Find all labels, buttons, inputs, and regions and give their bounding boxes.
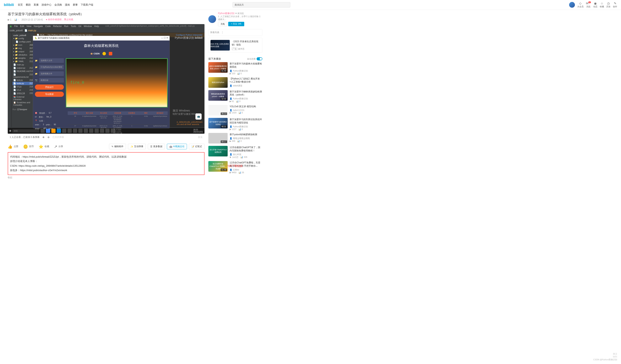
recommendation-item[interactable]: 35:13YOLOv8 第五讲 模型结构👤 hello112231▶ 1320📊… (208, 105, 262, 116)
menu-code[interactable]: Code (45, 25, 51, 28)
interact-button[interactable]: ✨ 互动弹幕 (128, 144, 146, 149)
vip-icon[interactable]: ◇大会员 (577, 1, 584, 8)
recommendation-item[interactable]: 森林火焰烟雾检测识别系统 yolov5 + v5修改01:49基于深度学习的森林… (208, 62, 262, 75)
history-icon[interactable]: ◷历史 (606, 1, 611, 8)
tab-mainpy[interactable]: 📄 main.py (24, 29, 36, 32)
menu-window[interactable]: Window (84, 25, 92, 28)
nav-home[interactable]: 首页 (18, 3, 23, 7)
video-thumbnail: 能就业的Python (208, 77, 228, 88)
nav-anime[interactable]: 番剧 (26, 3, 31, 7)
video-item-title: 基于深度学习的森林火焰烟雾检测系统 (230, 62, 262, 69)
export-button[interactable]: 导出数据 (35, 92, 64, 97)
autoplay-header: 接下来播放 自动连播 (208, 55, 262, 62)
action-bar: 👍点赞 🪙投币 ⭐收藏 ↗分享 ✎ 编辑稿件 ✨ 互动弹幕 ☰ 更多数据 🤖 A… (8, 141, 205, 152)
tab-project[interactable]: code_yolov8 (10, 29, 23, 32)
ide-body: code_yolov8… ▾ 📁 config 📄 configs.yaml ▸… (8, 33, 205, 127)
promo-tag: 广告 (232, 48, 238, 50)
nav-match[interactable]: 赛事 (73, 3, 78, 7)
taskbar-clock[interactable]: 16:312023/12/21 (193, 129, 203, 133)
recommendation-item[interactable]: 基于深度学习的车牌识别系统40:31基于深度学习的车牌识别系统环境安装与模型训练… (208, 118, 262, 131)
recommendation-item[interactable]: 00:17基于yolov8的钢梁锈蚀检测👤 嘎嘎这嘎嘎这嘎嘎▶ 349📊 0 (208, 133, 262, 143)
video-description: 代码地址：https://mbd.pub/o/bread/ZZiZlJpt，里面… (8, 152, 205, 175)
detection-app-window: 🐍 基于深度学习的森林火焰检测系统 — ☐ ✕ 森林火焰烟雾检测系统 🐵 CSD… (33, 36, 170, 128)
video-item-stats: ▶ 1227📊 0 (230, 128, 262, 131)
user-avatar[interactable] (569, 2, 575, 8)
promo-card[interactable]: 2023 开发人员生态系统现状信息图 《2023 开发者生态系统现状》报告 广告… (208, 38, 262, 53)
menu-navigate[interactable]: Navigate (34, 25, 43, 28)
danmu-toggle-icon[interactable]: ☸ (42, 136, 45, 139)
like-button[interactable]: 👍点赞 (8, 144, 18, 149)
create-icon[interactable]: ✎创作 (613, 1, 617, 8)
menu-run[interactable]: Run (64, 25, 68, 28)
video-item-title: 基于yolov8的钢梁锈蚀检测 (230, 133, 262, 136)
menu-help[interactable]: Help (94, 25, 99, 28)
video-player[interactable]: ▣ File Edit View Navigate Code Refactor … (8, 24, 205, 134)
danmu-settings-icon[interactable]: ⚙ (48, 136, 50, 139)
path-input[interactable]: D:/lg/BaiduSyncdisk/课程 (39, 65, 64, 69)
nav-vip[interactable]: 会员购 (54, 3, 62, 7)
folder-icon: 📁 (35, 66, 38, 69)
ai-summary-button[interactable]: 🤖 AI视频总结 (167, 144, 187, 149)
ide-icon: ▣ (10, 25, 12, 28)
target-input[interactable]: 检测目标 (39, 78, 64, 83)
run-button[interactable]: 开始运行 (35, 85, 64, 90)
send-button[interactable]: 发送 (198, 136, 203, 139)
menu-view[interactable]: View (26, 25, 32, 28)
danmu-list-toggle[interactable]: 弹幕列表 ⋮ (208, 29, 262, 36)
window-controls[interactable]: — ☐ ✕ (161, 37, 168, 39)
video-thumbnail: 永久开放 ChatGPT4.0 免费使用 (208, 146, 228, 156)
file-tree[interactable]: code_yolov8… ▾ 📁 config 📄 configs.yaml ▸… (12, 33, 35, 127)
fullscreen-icon[interactable]: 📺 (195, 113, 202, 120)
menu-refactor[interactable]: Refactor (53, 25, 62, 28)
table-row[interactable]: 26D:/lg/BaiduSyncdisk/project/person_cod… (68, 115, 168, 125)
message-icon[interactable]: ✉3消息 (586, 1, 591, 8)
site-logo[interactable]: bilibili (4, 3, 14, 7)
start-button[interactable]: ⊞ (9, 129, 11, 132)
share-button[interactable]: ↗分享 (54, 144, 63, 149)
recommendation-item[interactable]: 能就业的Python【Python入门训练】爬虫开发+人工智能+数据分析👤 bi… (208, 77, 262, 88)
folder-icon: 📁 (35, 72, 38, 75)
configure-interpreter-link[interactable]: Configure Python interpreter (176, 34, 203, 36)
nav-download[interactable]: 下载客户端 (81, 3, 93, 7)
uploader-name[interactable]: Python图像识别 (218, 12, 234, 15)
main-nav: 首页 番剧 直播 游戏中心 会员购 漫画 赛事 下载客户端 (18, 3, 93, 7)
more-button[interactable]: ☰ 更多数据 (148, 144, 165, 149)
menu-tools[interactable]: Tools (71, 25, 76, 28)
charge-button[interactable]: 充电 (218, 22, 227, 26)
menu-file[interactable]: File (14, 25, 18, 28)
fav-button[interactable]: ⭐收藏 (39, 144, 49, 149)
edit-button[interactable]: ✎ 编辑稿件 (109, 144, 126, 149)
note-button[interactable]: 📝 记笔记 (189, 144, 205, 149)
video-thumbnail: 钢铁缺陷检测系统 yolov8 + v8修改02:02 (208, 90, 228, 101)
video-item-stats: ▶ 349📊 0 (230, 140, 262, 142)
tree-item: 📄 configs.yaml (13, 40, 34, 43)
table-row[interactable]: 27D:/lg/BaiduSyncdisk/project/person_cod… (68, 125, 168, 134)
promo-thumbnail: 2023 开发人员生态系统现状信息图 (210, 40, 230, 51)
promo-title: 《2023 开发者生态系统现状》报告 (232, 40, 260, 47)
danmu-count: 📊 - (14, 18, 18, 21)
video-item-title: 12月份最新ChatGPT来了，国内无限制免费使用教程！ (230, 146, 262, 152)
message-button[interactable]: ✉ 发消息 (235, 12, 244, 15)
menu-git[interactable]: Git (78, 25, 81, 28)
autoplay-toggle[interactable] (257, 57, 262, 60)
video-item-title: 【Python入门训练】爬虫开发+人工智能+数据分析 (230, 77, 262, 84)
nav-manga[interactable]: 漫画 (65, 3, 70, 7)
dynamic-icon[interactable]: ◉动态 (593, 1, 597, 8)
ide-menubar: ▣ File Edit View Navigate Code Refactor … (8, 24, 205, 28)
desc-line: CSDN: https://blog.csdn.net/qq_28949847/… (10, 164, 202, 168)
uploader-avatar[interactable] (208, 15, 216, 23)
nav-live[interactable]: 直播 (34, 3, 39, 7)
coin-button[interactable]: 🪙投币 (23, 144, 34, 149)
menu-edit[interactable]: Edit (20, 25, 24, 28)
video-item-stats: ▶ 153📊 0 (230, 72, 262, 75)
recommendation-item[interactable]: 永久开放 ChatGPT4.0 免费使用12月份最新ChatGPT来了，国内无限… (208, 146, 262, 159)
follow-button[interactable]: + 关注 145 (228, 22, 244, 26)
nav-game[interactable]: 游戏中心 (41, 3, 52, 7)
favorite-icon[interactable]: ☆收藏 (600, 1, 604, 8)
video-title: 基于深度学习的森林火焰烟雾检测系统（yolov8） (8, 12, 205, 17)
select-video-input[interactable]: 选择视频文件 (39, 71, 64, 76)
collapse-button[interactable]: 收起 (8, 176, 205, 179)
search-input[interactable] (232, 2, 290, 8)
recommendation-item[interactable]: 钢铁缺陷检测系统 yolov8 + v8修改02:02基于深度学习钢铁表面缺陷检… (208, 90, 262, 103)
select-image-input[interactable]: 选择图片文件 (39, 58, 64, 63)
